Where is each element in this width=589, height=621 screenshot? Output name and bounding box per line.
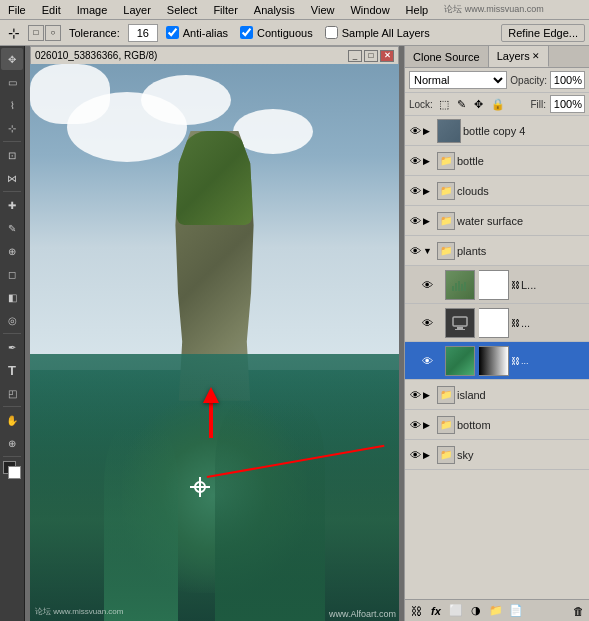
layer-bottle-copy-4[interactable]: 👁 ▶ bottle copy 4 (405, 116, 589, 146)
layer-plants[interactable]: 👁 ▼ 📁 plants (405, 236, 589, 266)
shape-tool[interactable]: ◰ (1, 382, 23, 404)
expand-bottle-copy-4[interactable]: ▶ (423, 126, 435, 136)
visibility-clouds[interactable]: 👁 (407, 183, 423, 199)
eraser-tool[interactable]: ◻ (1, 263, 23, 285)
marquee-tool[interactable]: ▭ (1, 71, 23, 93)
fx-button[interactable]: fx (427, 602, 445, 620)
visibility-bottom[interactable]: 👁 (407, 417, 423, 433)
arrow-indicator (203, 387, 219, 438)
visibility-water-surface[interactable]: 👁 (407, 213, 423, 229)
dodge-tool[interactable]: ◎ (1, 309, 23, 331)
visibility-bottle[interactable]: 👁 (407, 153, 423, 169)
crop-tool[interactable]: ⊡ (1, 144, 23, 166)
lock-all-icon[interactable]: 🔒 (489, 98, 507, 111)
layer-clouds[interactable]: 👁 ▶ 📁 clouds (405, 176, 589, 206)
brush-tool[interactable]: ✎ (1, 217, 23, 239)
background-color[interactable] (8, 466, 21, 479)
gradient-tool[interactable]: ◧ (1, 286, 23, 308)
slice-tool[interactable]: ⋈ (1, 167, 23, 189)
visibility-sky[interactable]: 👁 (407, 447, 423, 463)
svg-rect-3 (461, 284, 463, 291)
layer-island[interactable]: 👁 ▶ 📁 island (405, 380, 589, 410)
contiguous-checkbox[interactable] (240, 26, 253, 39)
tab-layers[interactable]: Layers ✕ (489, 46, 549, 67)
menu-view[interactable]: View (307, 3, 339, 17)
delete-layer-button[interactable]: 🗑 (569, 602, 587, 620)
blend-mode-select[interactable]: Normal (409, 71, 507, 89)
opacity-input[interactable] (550, 71, 585, 89)
visibility-sub-2[interactable]: 👁 (419, 315, 435, 331)
layer-selected[interactable]: 👁 ⛓ ... (405, 342, 589, 380)
fill-input[interactable] (550, 95, 585, 113)
clone-tool[interactable]: ⊕ (1, 240, 23, 262)
rect-marquee-icon[interactable]: □ (28, 25, 44, 41)
wand-tool[interactable]: ⊹ (1, 117, 23, 139)
layer-sky[interactable]: 👁 ▶ 📁 sky (405, 440, 589, 470)
color-chips[interactable] (1, 461, 23, 481)
menu-select[interactable]: Select (163, 3, 202, 17)
menu-image[interactable]: Image (73, 3, 112, 17)
visibility-bottle-copy-4[interactable]: 👁 (407, 123, 423, 139)
add-mask-button[interactable]: ⬜ (447, 602, 465, 620)
visibility-plants[interactable]: 👁 (407, 243, 423, 259)
adjustment-button[interactable]: ◑ (467, 602, 485, 620)
lock-brush-icon[interactable]: ✎ (455, 98, 468, 111)
new-layer-button[interactable]: 📄 (507, 602, 525, 620)
close-button[interactable]: ✕ (380, 50, 394, 62)
canvas-image[interactable]: 论坛 www.missvuan.com (30, 64, 399, 621)
menu-edit[interactable]: Edit (38, 3, 65, 17)
expand-water-surface[interactable]: ▶ (423, 216, 435, 226)
lasso-tool[interactable]: ⌇ (1, 94, 23, 116)
tool-divider-5 (3, 456, 21, 457)
menu-analysis[interactable]: Analysis (250, 3, 299, 17)
monitor-icon (451, 314, 469, 332)
layer-name-sub-2: ... (521, 317, 587, 329)
menu-file[interactable]: File (4, 3, 30, 17)
visibility-selected[interactable]: 👁 (419, 353, 435, 369)
move-tool[interactable]: ✥ (1, 48, 23, 70)
expand-plants[interactable]: ▼ (423, 246, 435, 256)
lock-transparent-icon[interactable]: ⬚ (437, 98, 451, 111)
layer-sub-2[interactable]: 👁 ⛓ ... (405, 304, 589, 342)
expand-sky[interactable]: ▶ (423, 450, 435, 460)
cloud-3 (233, 109, 313, 154)
wand-tool-icon[interactable]: ⊹ (4, 24, 24, 42)
layer-sub-1[interactable]: 👁 ⛓ L... (405, 266, 589, 304)
layer-bottle[interactable]: 👁 ▶ 📁 bottle (405, 146, 589, 176)
anti-alias-checkbox[interactable] (166, 26, 179, 39)
menu-filter[interactable]: Filter (209, 3, 241, 17)
layers-list[interactable]: 👁 ▶ bottle copy 4 👁 ▶ 📁 bottle 👁 ▶ 📁 clo… (405, 116, 589, 599)
maximize-button[interactable]: □ (364, 50, 378, 62)
hand-tool[interactable]: ✋ (1, 409, 23, 431)
link-sub-1: ⛓ (511, 280, 521, 290)
tab-layers-close[interactable]: ✕ (532, 51, 540, 61)
link-layers-button[interactable]: ⛓ (407, 602, 425, 620)
visibility-sub-1[interactable]: 👁 (419, 277, 435, 293)
expand-bottle[interactable]: ▶ (423, 156, 435, 166)
healing-tool[interactable]: ✚ (1, 194, 23, 216)
layer-water-surface[interactable]: 👁 ▶ 📁 water surface (405, 206, 589, 236)
expand-bottom[interactable]: ▶ (423, 420, 435, 430)
refine-edge-button[interactable]: Refine Edge... (501, 24, 585, 42)
expand-clouds[interactable]: ▶ (423, 186, 435, 196)
plant-chart-icon (451, 278, 469, 292)
lasso-icon[interactable]: ○ (45, 25, 61, 41)
thumb-bottle: 📁 (437, 152, 455, 170)
minimize-button[interactable]: _ (348, 50, 362, 62)
menu-layer[interactable]: Layer (119, 3, 155, 17)
tolerance-input[interactable] (128, 24, 158, 42)
lock-position-icon[interactable]: ✥ (472, 98, 485, 111)
zoom-tool[interactable]: ⊕ (1, 432, 23, 454)
sample-all-checkbox[interactable] (325, 26, 338, 39)
menu-help[interactable]: Help (402, 3, 433, 17)
new-group-button[interactable]: 📁 (487, 602, 505, 620)
text-tool[interactable]: T (1, 359, 23, 381)
menu-window[interactable]: Window (346, 3, 393, 17)
tab-clone-source[interactable]: Clone Source (405, 46, 489, 67)
pen-tool[interactable]: ✒ (1, 336, 23, 358)
arrow-up-icon (203, 387, 219, 403)
thumb-bottle-copy-4 (437, 119, 461, 143)
visibility-island[interactable]: 👁 (407, 387, 423, 403)
expand-island[interactable]: ▶ (423, 390, 435, 400)
layer-bottom[interactable]: 👁 ▶ 📁 bottom (405, 410, 589, 440)
